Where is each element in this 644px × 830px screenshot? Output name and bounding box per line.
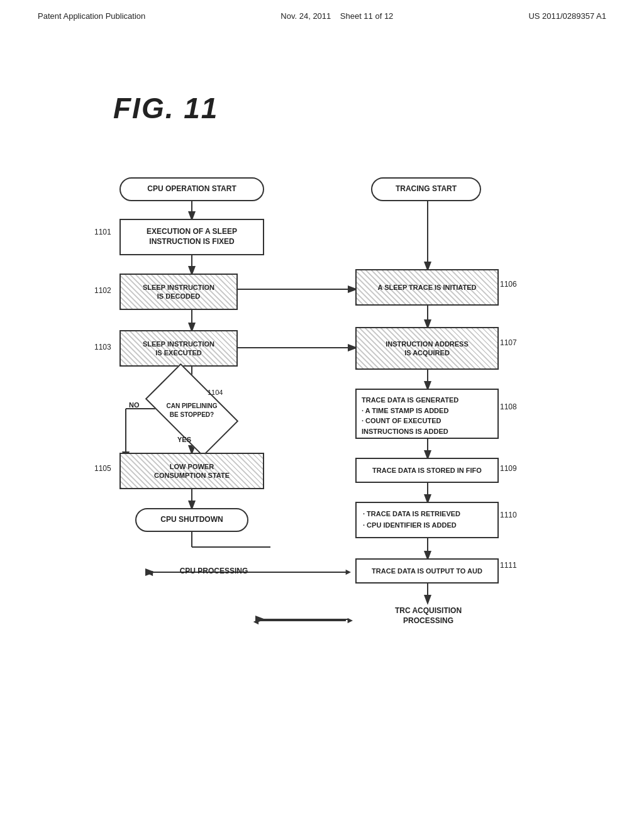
tracing-start: TRACING START — [371, 177, 481, 201]
label-1111: 1111 — [500, 561, 517, 570]
cpu-processing-arrow-right: ◄ — [344, 568, 353, 578]
node-1109: TRACE DATA IS STORED IN FIFO — [355, 458, 499, 483]
flowchart: CPU OPERATION START TRACING START 1101 E… — [38, 82, 604, 786]
cpu-shutdown: CPU SHUTDOWN — [135, 508, 248, 532]
cpu-operation-start: CPU OPERATION START — [119, 177, 264, 201]
node-1108: TRACE DATA IS GENERATED · A TIME STAMP I… — [355, 389, 499, 439]
cpu-processing-arrow-left: ◄ — [146, 568, 155, 578]
node-1105: LOW POWER CONSUMPTION STATE — [119, 453, 264, 489]
node-1102: SLEEP INSTRUCTION IS DECODED — [119, 274, 238, 310]
cpu-processing: CPU PROCESSING — [154, 565, 274, 578]
label-1110: 1110 — [500, 511, 517, 519]
label-1101: 1101 — [94, 228, 111, 236]
page-header: Patent Application Publication Nov. 24, … — [0, 0, 644, 21]
header-left: Patent Application Publication — [38, 11, 145, 21]
node-1104-text: CAN PIPELINING BE STOPPED? — [166, 401, 217, 419]
no-label: NO — [129, 401, 140, 409]
header-right: US 2011/0289357 A1 — [528, 11, 606, 21]
trc-line — [258, 620, 346, 621]
yes-label: YES — [177, 436, 191, 443]
label-1106: 1106 — [500, 280, 517, 289]
node-1107: INSTRUCTION ADDRESS IS ACQUIRED — [355, 327, 499, 370]
label-1104: 1104 — [208, 389, 223, 396]
label-1109: 1109 — [500, 464, 517, 473]
header-center: Nov. 24, 2011 Sheet 11 of 12 — [280, 11, 393, 21]
label-1102: 1102 — [94, 286, 111, 295]
label-1105: 1105 — [94, 464, 111, 473]
node-1103: SLEEP INSTRUCTION IS EXECUTED — [119, 330, 238, 367]
trc-arrow-left: ◄ — [252, 616, 260, 626]
node-1110: · TRACE DATA IS RETRIEVED · CPU IDENTIFI… — [355, 502, 499, 538]
label-1103: 1103 — [94, 343, 111, 351]
trc-acquisition: TRC ACQUISITION PROCESSING — [358, 602, 498, 630]
label-1108: 1108 — [500, 402, 517, 411]
node-1101: EXECUTION OF A SLEEP INSTRUCTION IS FIXE… — [119, 219, 264, 255]
node-1111: TRACE DATA IS OUTPUT TO AUD — [355, 558, 499, 584]
label-1107: 1107 — [500, 338, 517, 347]
node-1106: A SLEEP TRACE IS INITIATED — [355, 269, 499, 306]
trc-arrow-right: ◄ — [346, 616, 355, 626]
